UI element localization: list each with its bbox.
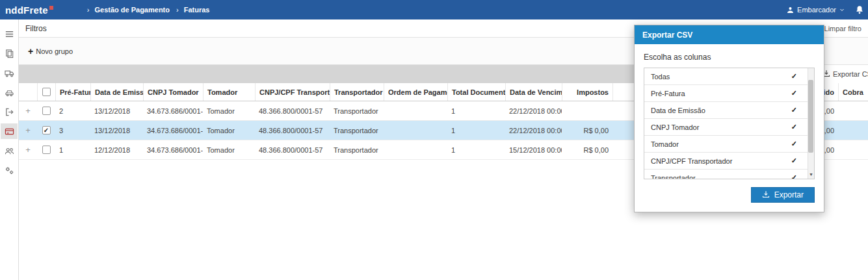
cell-data-emissao: 12/12/2018	[90, 146, 143, 154]
column-header-total-documentos[interactable]: Total Documentos	[447, 83, 505, 101]
truck-icon[interactable]	[1, 65, 18, 81]
column-option-data-emissao[interactable]: Data de Emissão ✓	[644, 102, 814, 119]
user-menu[interactable]: Embarcador	[787, 6, 845, 14]
logo-accent-square	[49, 6, 53, 10]
check-icon: ✓	[791, 157, 797, 165]
cell-cnpj-cpf-transportador: 48.366.800/0001-57	[255, 127, 330, 134]
column-header-cnpj-tomador[interactable]: CNPJ Tomador	[143, 83, 203, 101]
clear-filter-label: Limpar filtro	[824, 25, 861, 32]
cell-transportador: Transportador	[330, 146, 384, 154]
filters-title: Filtros	[25, 24, 47, 33]
scrollbar-down-arrow[interactable]: ▼	[808, 172, 814, 178]
column-header-data-vencimento[interactable]: Data de Vencimento	[505, 83, 562, 101]
cell-tomador: Tomador	[203, 146, 255, 154]
expand-row-button[interactable]: +	[19, 121, 37, 140]
cell-data-vencimento: 22/12/2018 00:00	[505, 107, 562, 115]
column-header-pre-fatura[interactable]: Pré-Fatura	[55, 83, 90, 101]
cell-pre-fatura: 1	[55, 146, 90, 154]
breadcrumb: Gestão de Pagamento Faturas	[87, 6, 217, 14]
column-header-data-emissao[interactable]: Data de Emissão ↓	[90, 83, 143, 101]
export-button[interactable]: Exportar	[751, 187, 815, 203]
column-option-tomador[interactable]: Tomador ✓	[644, 136, 814, 153]
check-icon: ✓	[791, 89, 797, 97]
option-list-scrollbar[interactable]: ▼	[808, 68, 814, 179]
column-header-tomador[interactable]: Tomador	[203, 83, 255, 101]
column-option-transportador[interactable]: Transportador ✓	[644, 170, 814, 179]
export-button-label: Exportar	[774, 190, 804, 199]
modal-footer: Exportar	[635, 179, 824, 212]
car-icon[interactable]	[1, 84, 18, 100]
chevron-down-icon	[839, 7, 845, 12]
modal-header: Exportar CSV	[635, 25, 824, 44]
expand-row-button[interactable]: +	[19, 140, 37, 160]
payment-icon[interactable]	[1, 123, 18, 139]
user-icon	[787, 6, 794, 14]
export-csv-link-label: Exportar CSV	[833, 70, 868, 78]
cell-data-emissao: 13/12/2018	[90, 127, 143, 134]
download-icon	[762, 190, 770, 200]
cell-impostos: R$ 0,00	[562, 146, 612, 154]
topbar-right: Embarcador	[787, 5, 864, 14]
column-option-pre-fatura[interactable]: Pré-Fatura ✓	[644, 85, 814, 102]
app-logo-text: nddFrete	[5, 5, 48, 16]
row-checkbox-cell	[37, 107, 55, 115]
cell-impostos: R$ 0,00	[562, 127, 612, 134]
new-group-button[interactable]: + Novo grupo	[28, 46, 73, 57]
cell-data-vencimento: 22/12/2018 00:00	[505, 127, 562, 134]
breadcrumb-item-faturas[interactable]: Faturas	[176, 6, 209, 14]
cell-tomador: Tomador	[203, 127, 255, 134]
cell-total-documentos: 1	[447, 127, 505, 134]
breadcrumb-item-gestao-pagamento[interactable]: Gestão de Pagamento	[87, 6, 170, 14]
cell-pre-fatura: 3	[55, 127, 90, 134]
row-checkbox-checked[interactable]: ✓	[42, 126, 51, 134]
cell-cnpj-cpf-transportador: 48.366.800/0001-57	[255, 107, 330, 115]
users-icon[interactable]	[1, 143, 18, 159]
cell-transportador: Transportador	[330, 107, 384, 115]
row-checkbox-cell: ✓	[37, 126, 55, 134]
column-header-ordem-pagamento[interactable]: Ordem de Pagamento	[384, 83, 447, 101]
sign-out-icon[interactable]	[1, 104, 18, 120]
topbar: nddFrete Gestão de Pagamento Faturas Emb…	[0, 0, 868, 19]
column-option-cnpj-cpf-transportador[interactable]: CNPJ/CPF Transportador ✓	[644, 153, 814, 170]
expand-row-button[interactable]: +	[19, 101, 37, 121]
documents-copy-icon[interactable]	[1, 45, 18, 61]
column-option-todas[interactable]: Todas ✓	[644, 68, 814, 85]
column-option-list: Todas ✓ Pré-Fatura ✓ Data de Emissão ✓ C…	[644, 68, 815, 179]
select-all-checkbox[interactable]	[42, 88, 51, 96]
cell-cnpj-tomador: 34.673.686/0001-01	[143, 107, 203, 115]
plus-icon: +	[28, 46, 33, 57]
export-csv-modal: Exportar CSV Escolha as colunas Todas ✓ …	[634, 25, 824, 212]
cell-total-documentos: 1	[447, 146, 505, 154]
modal-title: Exportar CSV	[642, 31, 692, 40]
cell-transportador: Transportador	[330, 127, 384, 134]
hamburger-menu-icon[interactable]	[1, 26, 18, 42]
column-header-cobranca[interactable]: Cobra	[838, 83, 868, 101]
cell-cnpj-cpf-transportador: 48.366.800/0001-57	[255, 146, 330, 154]
new-group-label: Novo grupo	[36, 47, 73, 55]
column-header-transportador[interactable]: Transportador	[330, 83, 384, 101]
export-csv-link[interactable]: Exportar CSV	[821, 65, 868, 83]
row-checkbox-cell	[37, 146, 55, 154]
row-checkbox[interactable]	[42, 107, 51, 115]
scrollbar-thumb[interactable]	[808, 80, 813, 153]
cell-pre-fatura: 2	[55, 107, 90, 115]
check-icon: ✓	[791, 173, 797, 179]
select-all-checkbox-cell	[37, 83, 55, 101]
expand-all-column	[19, 83, 37, 101]
cell-data-emissao: 13/12/2018	[90, 107, 143, 115]
user-menu-label: Embarcador	[797, 6, 836, 14]
sidebar	[0, 19, 19, 280]
check-icon: ✓	[791, 106, 797, 114]
cell-cnpj-tomador: 34.673.686/0001-01	[143, 146, 203, 154]
cell-tomador: Tomador	[203, 107, 255, 115]
column-header-impostos[interactable]: Impostos	[562, 83, 612, 101]
check-icon: ✓	[791, 140, 797, 148]
column-header-cnpj-cpf-transportador[interactable]: CNPJ/CPF Transportador	[255, 83, 330, 101]
column-option-cnpj-tomador[interactable]: CNPJ Tomador ✓	[644, 119, 814, 136]
cell-cnpj-tomador: 34.673.686/0001-01	[143, 127, 203, 134]
cell-total-documentos: 1	[447, 107, 505, 115]
modal-subtitle: Escolha as colunas	[635, 44, 824, 68]
notifications-bell-icon[interactable]	[855, 5, 864, 14]
row-checkbox[interactable]	[42, 146, 51, 154]
settings-gears-icon[interactable]	[1, 162, 18, 178]
